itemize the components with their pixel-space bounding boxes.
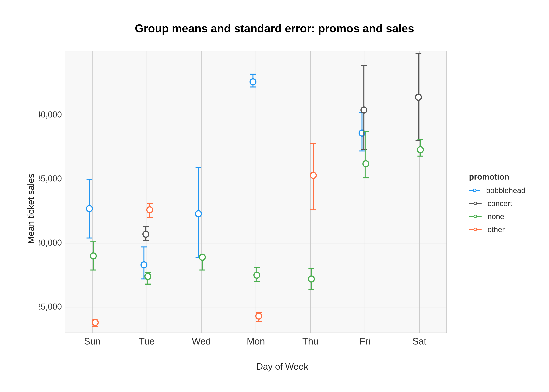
svg-text:Mon: Mon xyxy=(247,336,265,347)
legend-item-concert: concert xyxy=(469,199,526,208)
svg-point-40 xyxy=(250,79,256,85)
svg-point-68 xyxy=(199,254,205,260)
svg-point-96 xyxy=(256,313,262,319)
svg-text:25,000: 25,000 xyxy=(39,302,62,311)
legend-label-bobblehead: bobblehead xyxy=(486,186,526,195)
svg-point-64 xyxy=(145,273,151,280)
legend-label-concert: concert xyxy=(487,199,512,208)
svg-text:35,000: 35,000 xyxy=(39,174,62,183)
legend-title: promotion xyxy=(469,172,526,182)
svg-point-28 xyxy=(87,206,92,211)
svg-point-88 xyxy=(92,319,98,325)
legend-item-none: none xyxy=(469,212,526,221)
chart-area: 25,00030,00035,00040,000SunTueWedMonThuF… xyxy=(39,41,460,360)
svg-text:Wed: Wed xyxy=(192,336,211,347)
svg-text:Sat: Sat xyxy=(412,336,427,347)
legend-item-other: other xyxy=(469,225,526,234)
svg-text:30,000: 30,000 xyxy=(39,238,62,247)
svg-point-100 xyxy=(310,172,316,178)
x-axis-label: Day of Week xyxy=(39,361,526,376)
svg-point-72 xyxy=(254,272,260,278)
svg-point-84 xyxy=(417,147,423,153)
legend-label-none: none xyxy=(487,212,504,221)
svg-text:Tue: Tue xyxy=(139,336,155,347)
svg-point-92 xyxy=(147,207,153,213)
svg-point-48 xyxy=(143,231,149,237)
svg-point-32 xyxy=(141,262,147,268)
y-axis-label: Mean ticket sales xyxy=(23,41,38,376)
chart-title: Group means and standard error: promos a… xyxy=(135,22,414,35)
svg-point-80 xyxy=(363,161,369,167)
chart-container: Group means and standard error: promos a… xyxy=(23,16,526,376)
svg-point-52 xyxy=(361,107,367,113)
legend-item-bobblehead: bobblehead xyxy=(469,186,526,195)
svg-point-76 xyxy=(308,276,314,282)
legend-label-other: other xyxy=(487,225,505,234)
svg-text:40,000: 40,000 xyxy=(39,110,62,119)
svg-point-36 xyxy=(196,211,201,217)
svg-text:Thu: Thu xyxy=(302,336,318,347)
svg-point-60 xyxy=(90,253,96,259)
svg-point-56 xyxy=(415,94,421,100)
svg-text:Sun: Sun xyxy=(84,336,101,347)
legend: promotion bobblehead concert xyxy=(460,41,526,360)
svg-text:Fri: Fri xyxy=(359,336,370,347)
